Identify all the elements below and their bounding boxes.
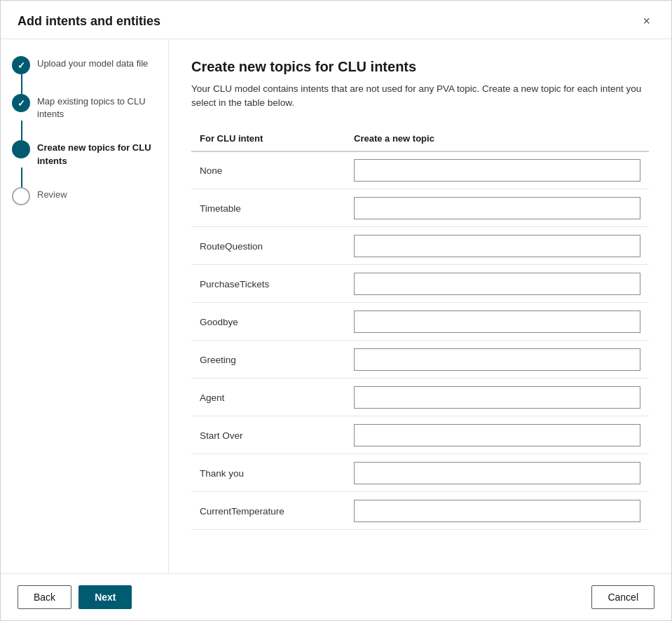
step-map-icon: ✓ bbox=[12, 94, 30, 112]
step-map: ✓ Map existing topics to CLU intents bbox=[12, 94, 157, 121]
step-review: Review bbox=[12, 187, 157, 205]
table-row: None bbox=[191, 151, 649, 189]
intent-label: Thank you bbox=[191, 454, 345, 492]
intent-label: Timetable bbox=[191, 189, 345, 227]
table-row: Agent bbox=[191, 378, 649, 416]
close-button[interactable]: × bbox=[638, 13, 654, 29]
modal-body: ✓ Upload your model data file ✓ Map exis… bbox=[1, 39, 671, 573]
table-row: PurchaseTickets bbox=[191, 265, 649, 303]
sidebar: ✓ Upload your model data file ✓ Map exis… bbox=[1, 39, 169, 573]
step-upload-label: Upload your model data file bbox=[37, 56, 148, 70]
topic-input-goodbye[interactable] bbox=[354, 310, 640, 333]
topic-input-cell bbox=[345, 189, 649, 227]
step-review-label: Review bbox=[37, 187, 67, 201]
step-create-label: Create new topics for CLU intents bbox=[37, 140, 157, 167]
topic-input-greeting[interactable] bbox=[354, 348, 640, 371]
topic-input-purchasetickets[interactable] bbox=[354, 273, 640, 295]
modal-header: Add intents and entities × bbox=[1, 1, 671, 39]
topic-input-routequestion[interactable] bbox=[354, 235, 640, 257]
step-upload-icon: ✓ bbox=[12, 56, 30, 74]
step-connector-3 bbox=[21, 168, 22, 187]
intent-name: RouteQuestion bbox=[200, 241, 263, 252]
topic-input-cell bbox=[345, 265, 649, 303]
main-content: Create new topics for CLU intents Your C… bbox=[169, 39, 671, 573]
topic-input-start-over[interactable] bbox=[354, 424, 640, 446]
topic-input-cell bbox=[345, 416, 649, 454]
table-row: Timetable bbox=[191, 189, 649, 227]
intent-label: PurchaseTickets bbox=[191, 265, 345, 303]
intent-label: Agent bbox=[191, 378, 345, 416]
topic-input-currenttemperature[interactable] bbox=[354, 500, 640, 522]
table-row: Thank you bbox=[191, 454, 649, 492]
intent-label: Goodbye bbox=[191, 303, 345, 341]
table-row: Start Over bbox=[191, 416, 649, 454]
footer-left: Back Next bbox=[18, 585, 132, 609]
step-map-label: Map existing topics to CLU intents bbox=[37, 94, 157, 121]
intent-name: None bbox=[200, 165, 222, 176]
topic-input-cell bbox=[345, 151, 649, 189]
intent-name: Thank you bbox=[200, 468, 244, 479]
table-row: RouteQuestion bbox=[191, 227, 649, 265]
topic-input-agent[interactable] bbox=[354, 386, 640, 409]
step-create: Create new topics for CLU intents bbox=[12, 140, 157, 167]
col-header-new-topic: Create a new topic bbox=[345, 128, 649, 151]
table-row: Goodbye bbox=[191, 303, 649, 341]
topic-input-cell bbox=[345, 492, 649, 530]
topic-input-none[interactable] bbox=[354, 159, 640, 182]
modal-footer: Back Next Cancel bbox=[1, 573, 671, 620]
topic-input-cell bbox=[345, 303, 649, 341]
intent-name: Agent bbox=[200, 393, 224, 403]
intent-name: Goodbye bbox=[200, 317, 238, 327]
intent-label: Greeting bbox=[191, 341, 345, 378]
intent-label: RouteQuestion bbox=[191, 227, 345, 265]
topic-input-cell bbox=[345, 227, 649, 265]
modal-title: Add intents and entities bbox=[18, 14, 160, 29]
step-connector-2 bbox=[21, 121, 22, 140]
intent-label: Start Over bbox=[191, 416, 345, 454]
section-title: Create new topics for CLU intents bbox=[191, 59, 649, 75]
intent-table: For CLU intent Create a new topic NoneTi… bbox=[191, 128, 649, 531]
add-intents-modal: Add intents and entities × ✓ Upload your… bbox=[0, 0, 672, 621]
topic-input-timetable[interactable] bbox=[354, 197, 640, 219]
intent-name: CurrentTemperature bbox=[200, 506, 284, 517]
topic-input-cell bbox=[345, 378, 649, 416]
intent-name: Start Over bbox=[200, 430, 243, 441]
step-upload: ✓ Upload your model data file bbox=[12, 56, 157, 74]
intent-name: PurchaseTickets bbox=[200, 279, 269, 289]
topic-input-cell bbox=[345, 454, 649, 492]
table-header-row: For CLU intent Create a new topic bbox=[191, 128, 649, 151]
table-row: Greeting bbox=[191, 341, 649, 378]
intent-name: Timetable bbox=[200, 203, 241, 214]
step-review-icon bbox=[12, 187, 30, 205]
section-description: Your CLU model contains intents that are… bbox=[191, 82, 649, 111]
next-button[interactable]: Next bbox=[78, 585, 132, 609]
back-button[interactable]: Back bbox=[18, 585, 71, 609]
intent-name: Greeting bbox=[200, 355, 236, 365]
col-header-intent: For CLU intent bbox=[191, 128, 345, 151]
intent-label: None bbox=[191, 151, 345, 189]
table-row: CurrentTemperature bbox=[191, 492, 649, 530]
step-connector-1 bbox=[21, 74, 22, 94]
topic-input-cell bbox=[345, 341, 649, 378]
step-create-icon bbox=[12, 140, 30, 158]
topic-input-thank-you[interactable] bbox=[354, 462, 640, 484]
cancel-button[interactable]: Cancel bbox=[591, 585, 654, 609]
intent-label: CurrentTemperature bbox=[191, 492, 345, 530]
